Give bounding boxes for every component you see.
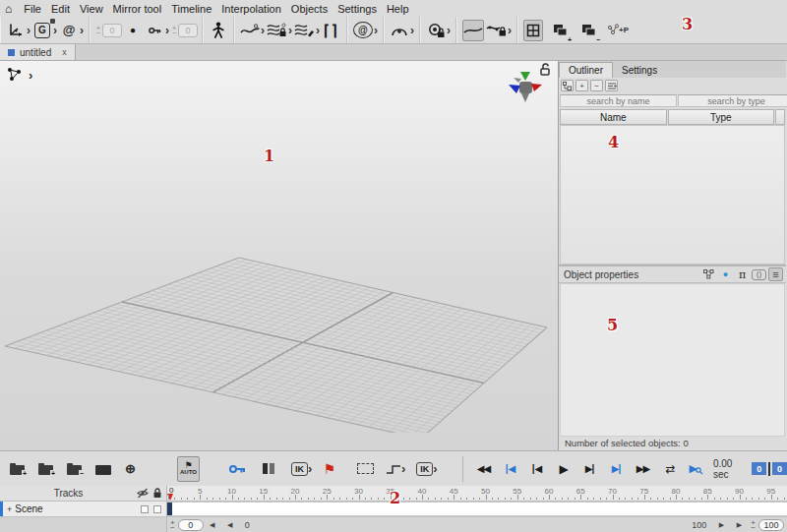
- menu-item-file[interactable]: File: [19, 2, 46, 16]
- search-by-type-input[interactable]: [678, 94, 787, 107]
- link-nodes-icon[interactable]: [701, 267, 716, 281]
- tree-view-icon[interactable]: [561, 80, 574, 91]
- track-display-button[interactable]: [95, 463, 111, 475]
- scroll-right-button[interactable]: ▶: [732, 519, 746, 531]
- jump-to-start-button[interactable]: |◀: [502, 463, 519, 474]
- chevron-down-icon[interactable]: ›: [447, 24, 451, 37]
- menu-list-icon[interactable]: ≡: [768, 267, 783, 281]
- chevron-down-icon[interactable]: ›: [27, 24, 30, 37]
- keyframe-dot-icon[interactable]: ●: [123, 20, 143, 41]
- page-left-button[interactable]: ◀: [223, 519, 237, 531]
- loop-toggle-button[interactable]: ⇄: [662, 462, 680, 476]
- fast-forward-button[interactable]: ▶▶: [635, 463, 652, 474]
- menu-item-mirror-tool[interactable]: Mirror tool: [108, 2, 167, 16]
- scroll-left-button[interactable]: ◀: [206, 519, 219, 531]
- expand-all-button[interactable]: +: [575, 80, 588, 91]
- range-end-spinner[interactable]: +−: [751, 520, 756, 530]
- viewport-3d[interactable]: ›: [0, 61, 559, 450]
- chevron-right-icon[interactable]: ›: [401, 461, 405, 476]
- chevron-down-icon[interactable]: ›: [165, 24, 169, 37]
- autoposing-toggle[interactable]: ⚑ AUTO: [177, 456, 200, 482]
- track-content-area[interactable]: [167, 502, 787, 516]
- remove-objects-button[interactable]: −: [578, 20, 598, 41]
- pi-icon[interactable]: π: [735, 267, 750, 281]
- chevron-down-icon[interactable]: ›: [80, 24, 84, 37]
- tab-untitled[interactable]: untitled x: [0, 44, 76, 60]
- snapshot-button[interactable]: ⊕: [125, 461, 136, 476]
- trajectories-lock-icon[interactable]: [267, 20, 287, 41]
- menu-item-help[interactable]: Help: [382, 2, 414, 16]
- playhead-bar[interactable]: [167, 502, 172, 515]
- chevron-down-icon[interactable]: ›: [316, 24, 320, 37]
- add-track-button[interactable]: +: [38, 463, 53, 475]
- pivot-lock-icon[interactable]: [426, 20, 446, 41]
- column-type-header[interactable]: Type: [668, 109, 775, 125]
- menu-item-objects[interactable]: Objects: [286, 2, 333, 16]
- outliner-list[interactable]: [560, 125, 785, 265]
- interpolation-lock-icon[interactable]: [486, 20, 507, 41]
- spinner-icon[interactable]: +−: [170, 26, 178, 35]
- collapse-all-button[interactable]: −: [590, 80, 603, 91]
- expression-icon[interactable]: ⟨⟩: [752, 269, 766, 280]
- menu-item-settings[interactable]: Settings: [333, 2, 382, 16]
- object-properties-body[interactable]: [560, 283, 785, 437]
- total-frame-field[interactable]: 0: [772, 462, 787, 475]
- chevron-down-icon[interactable]: ›: [261, 24, 265, 37]
- spinner-icon[interactable]: +−: [94, 26, 102, 35]
- menu-item-timeline[interactable]: Timeline: [166, 2, 216, 16]
- rotate-spiral-button[interactable]: @: [59, 20, 79, 41]
- visibility-off-icon[interactable]: [137, 488, 149, 499]
- chevron-down-icon[interactable]: ›: [288, 24, 292, 37]
- global-mode-button[interactable]: G: [32, 20, 52, 41]
- scene-track-row[interactable]: + Scene: [0, 502, 167, 516]
- cycle-button[interactable]: @: [353, 22, 373, 38]
- chevron-down-icon[interactable]: ›: [410, 24, 414, 37]
- jump-to-end-button[interactable]: ▶|: [608, 463, 626, 474]
- page-right-button[interactable]: ▶: [714, 519, 728, 531]
- tab-settings[interactable]: Settings: [613, 63, 666, 78]
- chevron-down-icon[interactable]: ›: [508, 24, 512, 37]
- add-point-button[interactable]: +P: [607, 20, 629, 41]
- track-lock-checkbox[interactable]: [153, 505, 161, 513]
- expand-icon[interactable]: +: [7, 504, 12, 514]
- home-icon[interactable]: ⌂: [5, 2, 12, 16]
- timeline-ruler[interactable]: 0 5101520253035404550556065707580859095: [167, 486, 787, 501]
- unlock-icon[interactable]: [539, 63, 551, 76]
- ik-interval-button[interactable]: IK: [416, 462, 433, 476]
- rewind-button[interactable]: ◀◀: [475, 463, 493, 474]
- previous-frame-button[interactable]: |◀: [528, 463, 546, 474]
- step-mode-button[interactable]: [386, 463, 401, 475]
- range-end-field[interactable]: [758, 519, 784, 531]
- interval-edit-button[interactable]: [262, 462, 275, 475]
- chevron-down-icon[interactable]: ›: [53, 24, 57, 37]
- filter-icon[interactable]: [605, 80, 618, 91]
- menu-item-interpolation[interactable]: Interpolation: [216, 2, 286, 16]
- arc-add-icon[interactable]: [390, 20, 409, 41]
- current-frame-field[interactable]: 0: [752, 462, 766, 475]
- add-track-group-button[interactable]: +: [10, 463, 25, 475]
- trajectory-key-icon[interactable]: [240, 20, 260, 41]
- menu-item-edit[interactable]: Edit: [46, 2, 75, 16]
- flag-marker-button[interactable]: ⚑: [323, 461, 335, 477]
- chevron-right-icon[interactable]: ›: [308, 461, 312, 476]
- remove-track-button[interactable]: −: [67, 463, 82, 475]
- chevron-right-icon[interactable]: ›: [433, 461, 437, 476]
- frame-offset-field-2[interactable]: 0: [178, 24, 198, 37]
- frame-offset-field[interactable]: 0: [102, 24, 122, 37]
- lock-icon[interactable]: [152, 488, 162, 499]
- add-objects-button[interactable]: +: [550, 20, 570, 41]
- transform-tool-icon[interactable]: [6, 20, 26, 41]
- set-key-button[interactable]: [229, 464, 246, 474]
- viewport-menu[interactable]: ›: [6, 66, 33, 84]
- key-icon[interactable]: [145, 20, 164, 41]
- chevron-down-icon[interactable]: ›: [374, 24, 378, 37]
- selection-box-button[interactable]: [357, 463, 374, 474]
- grid-toggle-button[interactable]: [523, 20, 543, 41]
- range-start-spinner[interactable]: +−: [170, 520, 175, 530]
- tab-outliner[interactable]: Outliner: [559, 62, 613, 78]
- search-by-name-input[interactable]: [560, 94, 677, 107]
- track-visibility-checkbox[interactable]: [141, 505, 149, 513]
- play-preview-button[interactable]: ▶: [690, 462, 703, 475]
- close-icon[interactable]: x: [62, 47, 67, 57]
- interval-brackets-icon[interactable]: ⌈⌉: [322, 20, 341, 41]
